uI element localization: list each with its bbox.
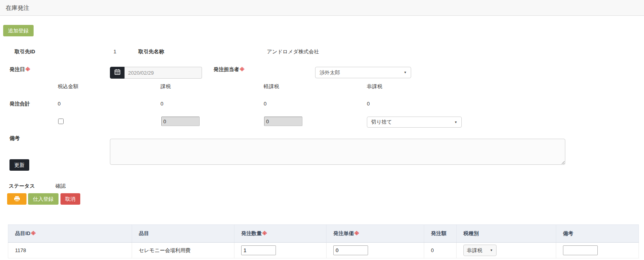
cell-tax-type: 非課税 ▼ <box>457 243 556 258</box>
cell-amount: 0 <box>424 243 457 258</box>
header-unit-price: 発注単価※ <box>327 225 424 243</box>
header-tax-type: 税種別 <box>457 225 556 243</box>
status-value: 確認 <box>55 183 66 189</box>
totals-value-tax-included: 0 <box>58 101 60 107</box>
calendar-icon <box>114 69 121 77</box>
page-header: 在庫発注 <box>0 0 644 16</box>
items-table: 品目ID※ 品目 発注数量※ 発注単価※ 発注額 税種別 備考 1178 セレモ… <box>8 224 639 258</box>
client-name-value: アンドロメダ株式会社 <box>267 49 319 55</box>
status-label: ステータス <box>9 183 35 189</box>
rounding-select-value: 切り捨て <box>371 119 392 126</box>
totals-value-tax-exempt: 0 <box>367 101 370 107</box>
cell-item-name: セレモニー会場利用費 <box>132 243 234 258</box>
print-icon <box>14 196 20 202</box>
header-quantity: 発注数量※ <box>234 225 327 243</box>
totals-value-reduced-tax: 0 <box>264 101 266 107</box>
calendar-button[interactable] <box>110 67 125 79</box>
client-name-label: 取引先名称 <box>138 49 164 55</box>
reduced-tax-adjust-input <box>264 117 302 126</box>
totals-col-reduced-tax: 軽課税 <box>264 83 279 90</box>
remarks-label: 備考 <box>9 135 20 141</box>
required-mark: ※ <box>240 66 245 72</box>
header-item-name: 品目 <box>132 225 234 243</box>
totals-col-tax-included: 税込金額 <box>58 83 78 90</box>
cancel-button[interactable]: 取消 <box>60 193 80 205</box>
staff-select-value: 渉外太郎 <box>319 69 340 76</box>
quantity-input[interactable] <box>241 245 276 255</box>
required-mark: ※ <box>262 230 267 236</box>
totals-row-label: 発注合計 <box>9 101 30 107</box>
chevron-down-icon: ▼ <box>404 71 407 74</box>
taxable-adjust-input <box>161 117 200 126</box>
row-remarks-input[interactable] <box>563 245 598 255</box>
order-date-group <box>110 67 202 79</box>
totals-col-taxable: 課税 <box>161 83 171 90</box>
unit-price-input[interactable] <box>333 245 368 255</box>
required-mark: ※ <box>31 230 36 236</box>
print-button[interactable] <box>7 193 26 205</box>
purchase-register-button[interactable]: 仕入登録 <box>28 193 59 205</box>
staff-select[interactable]: 渉外太郎 ▼ <box>315 67 411 78</box>
update-button[interactable]: 更新 <box>9 159 29 171</box>
order-date-input[interactable] <box>125 67 202 79</box>
totals-col-tax-exempt: 非課税 <box>367 83 382 90</box>
order-staff-label: 発注担当者※ <box>213 66 245 73</box>
add-register-button[interactable]: 追加登録 <box>3 25 34 36</box>
client-id-value: 1 <box>113 49 116 55</box>
required-mark: ※ <box>25 66 30 72</box>
order-date-label: 発注日※ <box>9 66 30 73</box>
tax-adjust-checkbox[interactable] <box>58 119 64 124</box>
cell-remarks <box>556 243 639 258</box>
header-item-id: 品目ID※ <box>8 225 132 243</box>
stock-order-page: 在庫発注 追加登録 取引先ID 1 取引先名称 アンドロメダ株式会社 発注日※ … <box>0 0 644 260</box>
required-mark: ※ <box>354 230 359 236</box>
remarks-textarea[interactable] <box>110 139 565 165</box>
totals-value-taxable: 0 <box>161 101 163 107</box>
rounding-select[interactable]: 切り捨て ▼ <box>367 117 462 128</box>
tax-type-select-value: 非課税 <box>467 247 482 254</box>
cell-item-id: 1178 <box>8 243 132 258</box>
chevron-down-icon: ▼ <box>490 249 493 252</box>
tax-type-select[interactable]: 非課税 ▼ <box>463 245 497 256</box>
client-id-label: 取引先ID <box>15 49 35 55</box>
cell-unit-price <box>327 243 424 258</box>
cell-quantity <box>234 243 327 258</box>
chevron-down-icon: ▼ <box>454 121 457 124</box>
header-remarks: 備考 <box>556 225 639 243</box>
table-row: 1178 セレモニー会場利用費 0 非課税 ▼ <box>8 243 639 258</box>
page-title: 在庫発注 <box>0 0 644 15</box>
header-amount: 発注額 <box>424 225 457 243</box>
items-table-header-row: 品目ID※ 品目 発注数量※ 発注単価※ 発注額 税種別 備考 <box>8 225 639 243</box>
